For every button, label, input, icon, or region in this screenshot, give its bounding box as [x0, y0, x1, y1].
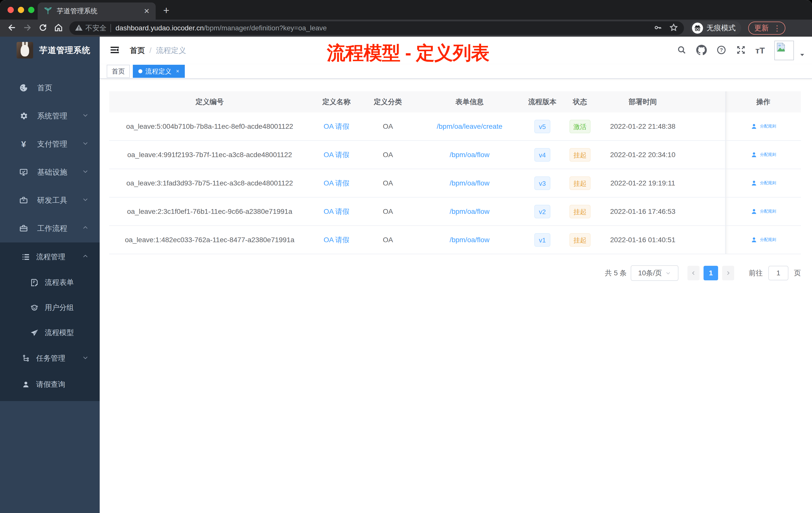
tags-view-bar: 首页 流程定义 × — [100, 64, 812, 79]
favicon-leaf-icon — [44, 6, 52, 16]
assign-rule-button[interactable]: 分配规则 — [725, 226, 801, 254]
form-link[interactable]: /bpm/oa/flow — [450, 208, 490, 215]
assign-rule-button[interactable]: 分配规则 — [725, 141, 801, 169]
goto-page-input[interactable] — [768, 266, 788, 280]
tag-process-definition[interactable]: 流程定义 × — [133, 65, 185, 78]
sidebar-item-home[interactable]: 首页 — [0, 74, 100, 102]
sidebar-logo[interactable]: 芋道管理系统 — [0, 37, 100, 63]
app-root: 芋道管理系统 首页 系统管理 ¥ — [0, 37, 812, 513]
cell-deploy-time: 2022-01-22 20:34:10 — [601, 151, 684, 159]
help-icon[interactable]: ? — [716, 45, 726, 56]
url-separator — [111, 24, 111, 32]
definition-name-link[interactable]: OA 请假 — [324, 208, 349, 215]
people-icon — [30, 303, 39, 312]
chevron-up-icon — [82, 253, 89, 261]
user-avatar-broken-image[interactable] — [774, 41, 794, 60]
person-icon — [751, 236, 757, 243]
sidebar-item-task-management[interactable]: 任务管理 — [0, 345, 100, 371]
next-page-button[interactable] — [722, 266, 734, 280]
assign-rule-button[interactable]: 分配规则 — [725, 169, 801, 197]
sidebar-item-process-management[interactable]: 流程管理 — [0, 244, 100, 270]
forward-icon[interactable] — [20, 23, 35, 33]
passwords-key-icon[interactable] — [653, 23, 662, 33]
form-link[interactable]: /bpm/oa/flow — [450, 236, 490, 244]
pagination: 共 5 条 10条/页 1 前往 页 — [109, 265, 801, 281]
definition-name-link[interactable]: OA 请假 — [324, 179, 349, 187]
chevron-down-icon — [82, 140, 89, 148]
col-header-category: 定义分类 — [363, 97, 413, 107]
person-icon — [751, 123, 757, 130]
sidebar-item-payment[interactable]: ¥ 支付管理 — [0, 130, 100, 158]
search-icon[interactable] — [677, 45, 687, 56]
document-edit-icon — [30, 278, 39, 287]
update-browser-button[interactable]: 更新 ⋮ — [748, 22, 785, 35]
tab-close-icon[interactable]: ✕ — [144, 7, 150, 15]
col-header-id: 定义编号 — [109, 97, 310, 107]
incognito-icon — [692, 23, 703, 34]
sidebar-item-process-form[interactable]: 流程表单 — [0, 270, 100, 295]
current-page-button[interactable]: 1 — [703, 266, 718, 280]
sidebar-item-leave-query[interactable]: 请假查询 — [0, 371, 100, 397]
cell-category: OA — [363, 122, 413, 130]
version-tag: v1 — [534, 233, 550, 247]
definition-name-link[interactable]: OA 请假 — [324, 122, 349, 130]
sidebar-item-infrastructure[interactable]: 基础设施 — [0, 158, 100, 186]
breadcrumb-home[interactable]: 首页 — [130, 46, 145, 56]
font-size-icon[interactable]: тT — [755, 46, 765, 56]
reload-icon[interactable] — [35, 23, 51, 33]
assign-rule-button[interactable]: 分配规则 — [725, 113, 801, 140]
browser-menu-dots-icon[interactable]: ⋮ — [773, 24, 781, 33]
fullscreen-icon[interactable] — [736, 45, 746, 56]
status-badge: 挂起 — [570, 233, 590, 247]
person-icon — [751, 208, 757, 215]
browser-toolbar: 不安全 dashboard.yudao.iocoder.cn/bpm/manag… — [0, 20, 812, 37]
github-icon[interactable] — [696, 45, 707, 56]
cell-deploy-time: 2022-01-22 21:48:38 — [601, 122, 684, 130]
tab-strip: 芋道管理系统 ✕ + — [0, 0, 812, 20]
logo-avatar — [17, 42, 33, 58]
chevron-down-icon — [82, 168, 89, 176]
url-path: /bpm/manager/definition?key=oa_leave — [204, 24, 327, 32]
version-tag: v5 — [534, 120, 550, 133]
sidebar-collapse-icon[interactable] — [109, 44, 120, 57]
traffic-lights — [7, 7, 34, 13]
tag-home[interactable]: 首页 — [107, 65, 130, 78]
sidebar-item-system[interactable]: 系统管理 — [0, 102, 100, 130]
page-size-select[interactable]: 10条/页 — [631, 265, 678, 281]
back-icon[interactable] — [4, 23, 20, 33]
tag-close-icon[interactable]: × — [176, 68, 179, 74]
minimize-window-button[interactable] — [18, 7, 24, 13]
form-link[interactable]: /bpm/oa/flow — [450, 151, 490, 159]
col-header-form: 表单信息 — [413, 97, 526, 107]
assign-rule-label: 分配规则 — [760, 209, 776, 214]
sidebar-item-process-model[interactable]: 流程模型 — [0, 320, 100, 345]
caret-down-icon[interactable] — [799, 52, 806, 59]
prev-page-button[interactable] — [688, 266, 699, 280]
assign-rule-button[interactable]: 分配规则 — [725, 198, 801, 225]
sidebar-item-workflow[interactable]: 工作流程 — [0, 214, 100, 242]
home-icon[interactable] — [51, 23, 66, 33]
table-row: oa_leave:5:004b710b-7b8a-11ec-8ef0-acde4… — [109, 113, 801, 141]
chevron-right-icon — [725, 270, 731, 276]
new-tab-button[interactable]: + — [163, 4, 170, 17]
close-window-button[interactable] — [7, 7, 14, 13]
zoom-window-button[interactable] — [28, 7, 34, 13]
cell-definition-id: oa_leave:3:1fad3d93-7b75-11ec-a3c8-acde4… — [109, 179, 310, 187]
sidebar-item-dev-tools[interactable]: 研发工具 — [0, 186, 100, 214]
navbar: 首页 / 流程定义 流程模型 - 定义列表 ? — [100, 37, 812, 64]
url-bar[interactable]: 不安全 dashboard.yudao.iocoder.cn/bpm/manag… — [69, 21, 684, 35]
cell-definition-id: oa_leave:1:482ec033-762a-11ec-8477-a2380… — [109, 236, 310, 244]
status-badge: 激活 — [570, 120, 590, 133]
definition-name-link[interactable]: OA 请假 — [324, 151, 349, 159]
form-link[interactable]: /bpm/oa/flow — [450, 179, 490, 187]
bookmark-star-icon[interactable] — [669, 23, 678, 33]
assign-rule-label: 分配规则 — [760, 180, 776, 186]
browser-tab[interactable]: 芋道管理系统 ✕ — [38, 2, 156, 20]
form-link[interactable]: /bpm/oa/leave/create — [437, 122, 502, 130]
person-icon — [751, 151, 757, 158]
sidebar-item-label: 流程模型 — [45, 328, 74, 338]
definition-name-link[interactable]: OA 请假 — [324, 236, 349, 244]
sidebar-item-user-group[interactable]: 用户分组 — [0, 295, 100, 320]
not-secure-label[interactable]: 不安全 — [85, 23, 107, 33]
status-badge: 挂起 — [570, 205, 590, 218]
